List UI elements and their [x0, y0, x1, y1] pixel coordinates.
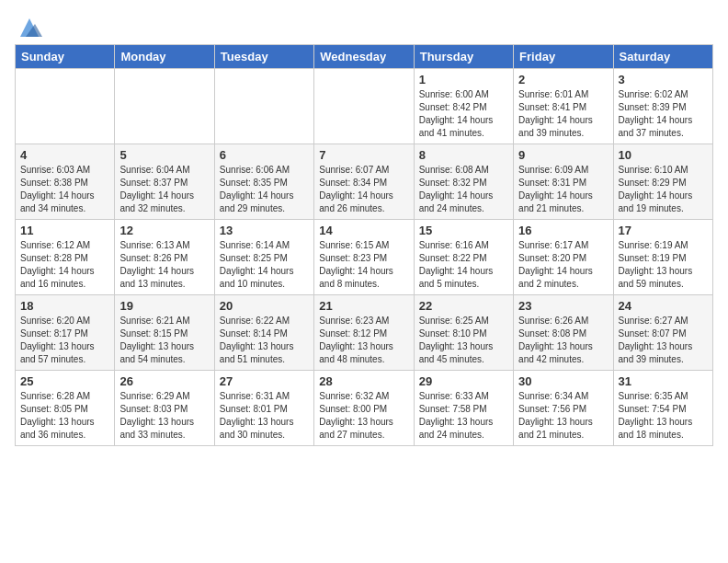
page-container: SundayMondayTuesdayWednesdayThursdayFrid… [0, 0, 728, 563]
day-number: 10 [619, 148, 708, 162]
calendar-table: SundayMondayTuesdayWednesdayThursdayFrid… [15, 44, 713, 446]
day-info: Sunrise: 6:26 AM Sunset: 8:08 PM Dayligh… [518, 315, 608, 366]
calendar-week-row: 11Sunrise: 6:12 AM Sunset: 8:28 PM Dayli… [16, 220, 713, 295]
calendar-cell: 9Sunrise: 6:09 AM Sunset: 8:31 PM Daylig… [514, 144, 613, 220]
day-info: Sunrise: 6:22 AM Sunset: 8:14 PM Dayligh… [220, 315, 309, 366]
calendar-week-row: 4Sunrise: 6:03 AM Sunset: 8:38 PM Daylig… [16, 144, 713, 220]
calendar-cell: 10Sunrise: 6:10 AM Sunset: 8:29 PM Dayli… [613, 144, 712, 220]
day-info: Sunrise: 6:07 AM Sunset: 8:34 PM Dayligh… [319, 164, 408, 215]
day-number: 20 [220, 299, 309, 313]
day-info: Sunrise: 6:10 AM Sunset: 8:29 PM Dayligh… [619, 164, 708, 215]
calendar-cell: 23Sunrise: 6:26 AM Sunset: 8:08 PM Dayli… [514, 295, 613, 371]
day-info: Sunrise: 6:17 AM Sunset: 8:20 PM Dayligh… [518, 239, 608, 291]
day-number: 11 [20, 224, 109, 237]
calendar-week-row: 18Sunrise: 6:20 AM Sunset: 8:17 PM Dayli… [16, 295, 713, 371]
calendar-cell: 6Sunrise: 6:06 AM Sunset: 8:35 PM Daylig… [214, 144, 313, 220]
day-info: Sunrise: 6:04 AM Sunset: 8:37 PM Dayligh… [119, 164, 209, 215]
calendar-cell: 12Sunrise: 6:13 AM Sunset: 8:26 PM Dayli… [115, 220, 214, 295]
day-info: Sunrise: 6:00 AM Sunset: 8:42 PM Dayligh… [419, 88, 508, 140]
calendar-cell: 27Sunrise: 6:31 AM Sunset: 8:01 PM Dayli… [214, 371, 313, 446]
day-number: 6 [220, 148, 309, 162]
weekday-header: Saturday [613, 45, 712, 69]
day-number: 23 [518, 299, 608, 313]
calendar-cell: 20Sunrise: 6:22 AM Sunset: 8:14 PM Dayli… [214, 295, 313, 371]
day-info: Sunrise: 6:20 AM Sunset: 8:17 PM Dayligh… [20, 315, 109, 366]
calendar-header-row: SundayMondayTuesdayWednesdayThursdayFrid… [16, 45, 713, 69]
logo-icon [17, 15, 42, 40]
day-number: 18 [20, 299, 109, 313]
day-number: 25 [20, 374, 109, 388]
day-info: Sunrise: 6:29 AM Sunset: 8:03 PM Dayligh… [119, 390, 209, 442]
day-info: Sunrise: 6:21 AM Sunset: 8:15 PM Dayligh… [119, 315, 209, 366]
day-info: Sunrise: 6:06 AM Sunset: 8:35 PM Dayligh… [220, 164, 309, 215]
calendar-cell: 31Sunrise: 6:35 AM Sunset: 7:54 PM Dayli… [613, 371, 712, 446]
day-info: Sunrise: 6:19 AM Sunset: 8:19 PM Dayligh… [619, 239, 708, 291]
day-info: Sunrise: 6:08 AM Sunset: 8:32 PM Dayligh… [419, 164, 508, 215]
calendar-cell [314, 69, 414, 144]
day-info: Sunrise: 6:12 AM Sunset: 8:28 PM Dayligh… [20, 239, 109, 291]
calendar-cell: 26Sunrise: 6:29 AM Sunset: 8:03 PM Dayli… [115, 371, 214, 446]
calendar-cell: 16Sunrise: 6:17 AM Sunset: 8:20 PM Dayli… [514, 220, 613, 295]
calendar-cell: 25Sunrise: 6:28 AM Sunset: 8:05 PM Dayli… [16, 371, 115, 446]
day-info: Sunrise: 6:23 AM Sunset: 8:12 PM Dayligh… [319, 315, 408, 366]
weekday-header: Tuesday [214, 45, 313, 69]
day-number: 29 [419, 374, 508, 388]
calendar-cell: 8Sunrise: 6:08 AM Sunset: 8:32 PM Daylig… [414, 144, 513, 220]
calendar-cell: 13Sunrise: 6:14 AM Sunset: 8:25 PM Dayli… [214, 220, 313, 295]
day-number: 8 [419, 148, 508, 162]
calendar-cell: 21Sunrise: 6:23 AM Sunset: 8:12 PM Dayli… [314, 295, 414, 371]
day-info: Sunrise: 6:33 AM Sunset: 7:58 PM Dayligh… [419, 390, 508, 442]
calendar-cell: 14Sunrise: 6:15 AM Sunset: 8:23 PM Dayli… [314, 220, 414, 295]
day-number: 28 [319, 374, 408, 388]
calendar-cell: 29Sunrise: 6:33 AM Sunset: 7:58 PM Dayli… [414, 371, 513, 446]
day-number: 16 [518, 224, 608, 237]
weekday-header: Thursday [414, 45, 513, 69]
day-info: Sunrise: 6:32 AM Sunset: 8:00 PM Dayligh… [319, 390, 408, 442]
day-number: 9 [518, 148, 608, 162]
header [15, 15, 713, 35]
day-number: 22 [419, 299, 508, 313]
day-number: 19 [119, 299, 209, 313]
day-number: 30 [518, 374, 608, 388]
weekday-header: Sunday [16, 45, 115, 69]
calendar-cell: 28Sunrise: 6:32 AM Sunset: 8:00 PM Dayli… [314, 371, 414, 446]
calendar-cell: 30Sunrise: 6:34 AM Sunset: 7:56 PM Dayli… [514, 371, 613, 446]
calendar-cell: 19Sunrise: 6:21 AM Sunset: 8:15 PM Dayli… [115, 295, 214, 371]
calendar-cell: 24Sunrise: 6:27 AM Sunset: 8:07 PM Dayli… [613, 295, 712, 371]
calendar-cell [115, 69, 214, 144]
day-number: 15 [419, 224, 508, 237]
day-info: Sunrise: 6:25 AM Sunset: 8:10 PM Dayligh… [419, 315, 508, 366]
day-info: Sunrise: 6:14 AM Sunset: 8:25 PM Dayligh… [220, 239, 309, 291]
day-number: 14 [319, 224, 408, 237]
calendar-cell [16, 69, 115, 144]
day-number: 27 [220, 374, 309, 388]
calendar-cell: 11Sunrise: 6:12 AM Sunset: 8:28 PM Dayli… [16, 220, 115, 295]
calendar-cell: 15Sunrise: 6:16 AM Sunset: 8:22 PM Dayli… [414, 220, 513, 295]
day-number: 24 [619, 299, 708, 313]
weekday-header: Monday [115, 45, 214, 69]
day-info: Sunrise: 6:27 AM Sunset: 8:07 PM Dayligh… [619, 315, 708, 366]
day-info: Sunrise: 6:13 AM Sunset: 8:26 PM Dayligh… [119, 239, 209, 291]
day-number: 1 [419, 73, 508, 86]
day-number: 5 [119, 148, 209, 162]
calendar-cell: 4Sunrise: 6:03 AM Sunset: 8:38 PM Daylig… [16, 144, 115, 220]
day-number: 21 [319, 299, 408, 313]
day-info: Sunrise: 6:35 AM Sunset: 7:54 PM Dayligh… [619, 390, 708, 442]
day-info: Sunrise: 6:09 AM Sunset: 8:31 PM Dayligh… [518, 164, 608, 215]
weekday-header: Friday [514, 45, 613, 69]
calendar-cell [214, 69, 313, 144]
day-number: 13 [220, 224, 309, 237]
day-number: 12 [119, 224, 209, 237]
day-number: 17 [619, 224, 708, 237]
day-info: Sunrise: 6:03 AM Sunset: 8:38 PM Dayligh… [20, 164, 109, 215]
calendar-cell: 5Sunrise: 6:04 AM Sunset: 8:37 PM Daylig… [115, 144, 214, 220]
day-number: 31 [619, 374, 708, 388]
day-info: Sunrise: 6:28 AM Sunset: 8:05 PM Dayligh… [20, 390, 109, 442]
day-info: Sunrise: 6:15 AM Sunset: 8:23 PM Dayligh… [319, 239, 408, 291]
calendar-cell: 3Sunrise: 6:02 AM Sunset: 8:39 PM Daylig… [613, 69, 712, 144]
day-number: 2 [518, 73, 608, 86]
calendar-cell: 17Sunrise: 6:19 AM Sunset: 8:19 PM Dayli… [613, 220, 712, 295]
day-info: Sunrise: 6:34 AM Sunset: 7:56 PM Dayligh… [518, 390, 608, 442]
calendar-cell: 18Sunrise: 6:20 AM Sunset: 8:17 PM Dayli… [16, 295, 115, 371]
day-number: 7 [319, 148, 408, 162]
